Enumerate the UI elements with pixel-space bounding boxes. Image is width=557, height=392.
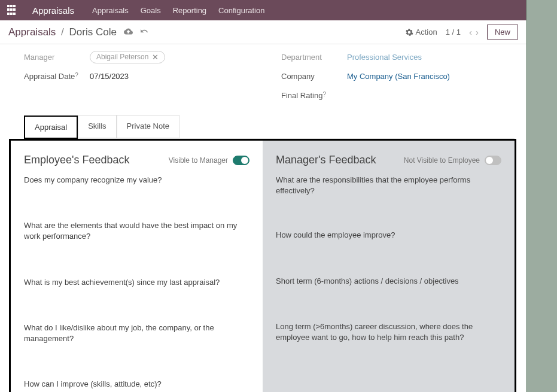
cloud-upload-icon[interactable] <box>124 27 133 38</box>
manager-question-3[interactable]: Short term (6-months) actions / decision… <box>276 276 501 287</box>
manager-value: Abigail Peterson <box>96 53 148 61</box>
department-value[interactable]: Professional Services <box>347 53 422 62</box>
pager: 1 / 1 <box>446 28 461 37</box>
pager-next[interactable]: › <box>476 27 479 37</box>
manager-question-1[interactable]: What are the responsibilities that the e… <box>276 175 501 196</box>
breadcrumb-bar: Appraisals / Doris Cole Action 1 / 1 ‹ ›… <box>0 20 526 44</box>
tab-skills[interactable]: Skills <box>78 115 116 138</box>
date-label: Appraisal Date? <box>24 72 90 81</box>
department-label: Department <box>281 53 347 62</box>
employee-question-3[interactable]: What is my best achievement(s) since my … <box>24 277 249 288</box>
breadcrumb-separator: / <box>61 26 64 38</box>
gear-icon <box>405 28 413 37</box>
manager-feedback-title: Manager's Feedback <box>276 154 376 166</box>
tab-private-note[interactable]: Private Note <box>117 115 180 138</box>
nav-item-goals[interactable]: Goals <box>141 6 161 15</box>
pager-prev[interactable]: ‹ <box>469 27 472 37</box>
employee-question-5[interactable]: How can I improve (skills, attitude, etc… <box>24 379 249 390</box>
manager-visibility-toggle[interactable] <box>485 156 501 165</box>
manager-question-2[interactable]: How could the employee improve? <box>276 230 501 241</box>
nav-item-reporting[interactable]: Reporting <box>173 6 206 15</box>
manager-question-4[interactable]: Long term (>6months) career discussion, … <box>276 321 501 343</box>
breadcrumb-current: Doris Cole <box>69 26 117 38</box>
tab-appraisal[interactable]: Appraisal <box>24 116 78 139</box>
employee-question-1[interactable]: Does my company recognize my value? <box>24 175 249 186</box>
top-nav: Appraisals Appraisals Goals Reporting Co… <box>0 0 526 20</box>
manager-feedback-column: Manager's Feedback Not Visible to Employ… <box>263 141 515 392</box>
employee-question-4[interactable]: What do I like/dislike about my job, the… <box>24 323 249 344</box>
nav-brand: Appraisals <box>32 5 74 16</box>
employee-question-2[interactable]: What are the elements that would have th… <box>24 220 249 242</box>
window-decoration <box>526 0 557 392</box>
manager-label: Manager <box>24 53 90 62</box>
remove-tag-icon[interactable]: ✕ <box>152 53 159 62</box>
undo-icon[interactable] <box>140 27 148 37</box>
form-view: Manager Abigail Peterson ✕ Appraisal Dat… <box>0 44 526 392</box>
employee-visibility-toggle[interactable] <box>233 156 249 165</box>
manager-tag[interactable]: Abigail Peterson ✕ <box>90 51 165 63</box>
employee-feedback-title: Employee's Feedback <box>24 154 130 166</box>
feedback-section: Employee's Feedback Visible to Manager D… <box>9 139 516 392</box>
rating-label: Final Rating? <box>281 91 347 100</box>
nav-item-appraisals[interactable]: Appraisals <box>92 6 129 15</box>
action-label: Action <box>416 28 437 37</box>
date-value[interactable]: 07/15/2023 <box>90 72 129 81</box>
action-dropdown[interactable]: Action <box>405 28 437 37</box>
nav-item-configuration[interactable]: Configuration <box>218 6 264 15</box>
new-button[interactable]: New <box>487 25 518 39</box>
company-value[interactable]: My Company (San Francisco) <box>347 72 450 81</box>
company-label: Company <box>281 72 347 81</box>
employee-visibility-label: Visible to Manager <box>169 156 228 165</box>
tabs: Appraisal Skills Private Note <box>24 115 515 139</box>
employee-feedback-column: Employee's Feedback Visible to Manager D… <box>11 141 263 392</box>
manager-visibility-label: Not Visible to Employee <box>404 156 480 165</box>
breadcrumb-root[interactable]: Appraisals <box>8 26 56 38</box>
apps-icon[interactable] <box>7 5 18 16</box>
